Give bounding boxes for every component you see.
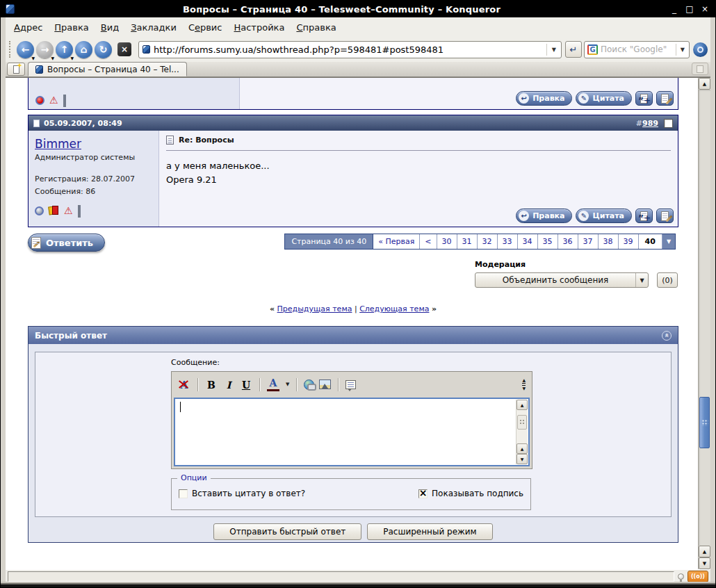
reply-button[interactable]: Ответить <box>28 234 105 252</box>
up-button[interactable]: ↑▼ <box>56 41 73 58</box>
pagination-link[interactable]: 36 <box>558 234 578 249</box>
rss-feed-button[interactable]: ((o)) <box>687 571 708 582</box>
quote-post-button[interactable]: ✎Цитата <box>576 209 632 223</box>
username-link[interactable]: Bimmer <box>35 137 81 151</box>
go-button[interactable]: ↵ <box>565 41 582 58</box>
close-icon[interactable]: × <box>699 4 710 14</box>
scroll-up-icon[interactable]: ▲ <box>699 546 710 557</box>
moderation-select[interactable]: Объединить сообщения ▼ <box>475 272 649 288</box>
menu-view[interactable]: Вид <box>101 22 119 33</box>
menu-settings[interactable]: Настройка <box>234 22 284 33</box>
title-bar[interactable]: Вопросы – Страница 40 – Telesweet–Commun… <box>1 1 715 17</box>
search-input[interactable] <box>601 44 673 54</box>
pagination-link[interactable]: 38 <box>599 234 619 249</box>
infraction-cards-icon[interactable] <box>49 206 59 215</box>
pagination-link[interactable]: 33 <box>498 234 518 249</box>
submit-quick-reply-button[interactable]: Отправить быстрый ответ <box>213 523 361 540</box>
post-number-prefix: # <box>636 119 642 128</box>
stop-button[interactable]: × <box>117 42 131 56</box>
scroll-up-icon[interactable]: ▲ <box>699 78 710 90</box>
quick-reply-title: Быстрый ответ <box>35 331 107 341</box>
pagination-link[interactable]: < <box>420 234 437 249</box>
post-number-link[interactable]: 989 <box>642 119 658 128</box>
url-input[interactable] <box>154 44 543 55</box>
report-post-icon[interactable]: ⚠ <box>49 95 58 105</box>
pagination-link[interactable]: 31 <box>457 234 478 249</box>
menu-edit[interactable]: Правка <box>54 22 88 33</box>
multiquote-button[interactable]: ”+ <box>635 91 653 106</box>
pagination-link[interactable]: 39 <box>619 234 639 249</box>
remove-formatting-button[interactable]: A <box>178 377 190 391</box>
reload-button[interactable]: ↻ <box>95 41 112 58</box>
search-engine-dropdown-icon[interactable]: ▼ <box>679 47 686 53</box>
scroll-down-icon[interactable]: ▼ <box>699 557 710 569</box>
pagination-link[interactable]: 34 <box>518 234 538 249</box>
next-topic-link[interactable]: Следующая тема <box>359 304 429 313</box>
menu-help[interactable]: Справка <box>296 22 336 33</box>
maximize-icon[interactable]: □ <box>684 4 695 14</box>
editor-resize-controls[interactable]: ▲ ▼ <box>522 378 526 391</box>
textarea-scroll-thumb[interactable] <box>517 415 527 430</box>
scrollbar-thumb[interactable] <box>699 397 710 448</box>
message-textarea[interactable]: ▲ ▲ ▼ <box>174 398 530 466</box>
menu-bookmarks[interactable]: Закладки <box>131 22 177 33</box>
wrap-quote-icon[interactable] <box>345 380 356 389</box>
home-button[interactable]: ⌂ <box>75 41 92 58</box>
report-post-icon[interactable]: ⚠ <box>64 206 73 215</box>
scroll-down-icon[interactable]: ▼ <box>516 454 528 464</box>
scroll-up-icon[interactable]: ▲ <box>516 443 528 454</box>
post-select-checkbox[interactable] <box>664 119 673 128</box>
textarea-scrollbar[interactable]: ▲ ▲ ▼ <box>516 400 528 464</box>
previous-topic-link[interactable]: Предыдущая тема <box>277 304 352 313</box>
menu-tools[interactable]: Сервис <box>188 22 222 33</box>
collapse-panel-icon[interactable]: « <box>662 331 672 341</box>
pagination-link[interactable]: « Первая <box>373 234 420 249</box>
vertical-scrollbar[interactable]: ▲ ▲ ▼ <box>698 78 710 569</box>
konqueror-window-icon[interactable] <box>6 4 15 14</box>
textarea-scroll-track[interactable] <box>516 410 528 443</box>
moderation-count-button[interactable]: (0) <box>657 272 678 288</box>
forward-button[interactable]: →▼ <box>36 41 54 58</box>
pagination-link[interactable]: 35 <box>538 234 558 249</box>
toolbar-grip[interactable] <box>9 41 13 58</box>
show-signature-checkbox[interactable]: × <box>418 489 428 498</box>
advanced-mode-button[interactable]: Расширенный режим <box>367 523 492 540</box>
security-bulb-icon[interactable] <box>678 573 684 580</box>
ip-address-icon[interactable] <box>63 96 74 105</box>
new-tab-button[interactable] <box>7 63 25 76</box>
tab-active[interactable]: Вопросы – Страница 40 – Tel... <box>28 62 187 76</box>
google-icon[interactable]: G <box>587 44 598 55</box>
bold-button[interactable]: B <box>205 377 218 391</box>
scroll-up-icon[interactable]: ▲ <box>516 400 528 410</box>
menu-location[interactable]: Адрес <box>14 22 42 33</box>
font-color-dropdown-icon[interactable]: ▼ <box>286 382 289 387</box>
search-divider <box>676 44 676 56</box>
insert-quote-option[interactable]: × Вставить цитату в ответ? <box>179 489 305 498</box>
pagination-menu-button[interactable]: ▼ <box>662 234 675 249</box>
pagination-link[interactable]: 32 <box>478 234 498 249</box>
quote-post-button[interactable]: ✎Цитата <box>576 91 632 106</box>
underline-button[interactable]: U <box>240 377 252 391</box>
ip-address-icon[interactable] <box>78 206 88 215</box>
italic-button[interactable]: I <box>222 377 235 391</box>
insert-link-icon[interactable] <box>304 379 314 390</box>
pagination-link[interactable]: 37 <box>578 234 599 249</box>
edit-post-button[interactable]: ↩Правка <box>516 91 572 106</box>
url-history-dropdown-icon[interactable]: ▼ <box>551 47 558 53</box>
back-button[interactable]: ←▼ <box>17 41 34 58</box>
grow-editor-icon[interactable]: ▼ <box>522 385 526 391</box>
insert-quote-checkbox[interactable]: × <box>179 489 188 498</box>
shrink-editor-icon[interactable]: ▲ <box>522 378 526 384</box>
prev-arrows: « <box>270 304 275 313</box>
quick-reply-button[interactable] <box>656 209 674 223</box>
insert-image-icon[interactable] <box>319 379 331 389</box>
quick-reply-button[interactable] <box>656 91 674 106</box>
font-color-button[interactable]: A <box>267 377 279 391</box>
minimize-icon[interactable]: _ <box>669 4 680 14</box>
pagination-link[interactable]: 30 <box>437 234 457 249</box>
edit-post-button[interactable]: ↩Правка <box>516 209 572 223</box>
multiquote-button[interactable]: ”+ <box>635 209 653 223</box>
close-tab-button[interactable] <box>692 63 708 75</box>
show-signature-option[interactable]: × Показывать подпись <box>418 489 523 498</box>
scrollbar-track[interactable] <box>699 90 710 546</box>
